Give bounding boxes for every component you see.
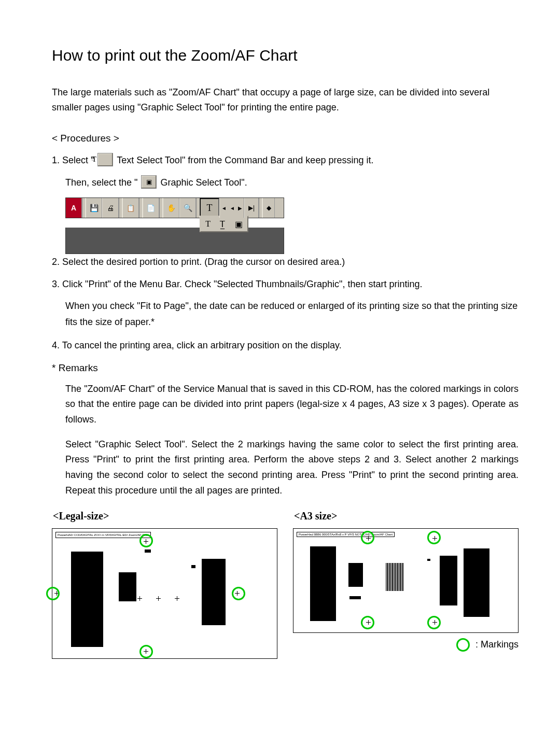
text-select-icon[interactable]: T T T̲ ▣ [200, 198, 219, 218]
remarks-p2: Select "Graphic Select Tool". Select the… [52, 437, 519, 499]
figure-a3-frame: PowerHad 8886 000/5TAz/Rx8 v P VF/5 NOTA… [293, 528, 519, 633]
toolbar-document-area [65, 228, 284, 254]
zoom-icon[interactable]: 🔍 [179, 198, 196, 218]
chart-bar [464, 548, 489, 617]
chart-bar [310, 546, 336, 621]
toolbar-separator [196, 198, 200, 218]
figure-legal-title: <Legal-size> [53, 508, 277, 524]
color-marking [361, 616, 374, 629]
step-4: 4. To cancel the printing area, click an… [52, 337, 519, 354]
marking-ring-icon [456, 638, 470, 652]
chart-tick [349, 596, 361, 599]
step-3-sub: When you check "Fit to Page", the date c… [52, 298, 519, 330]
glyph-T: T□ [100, 155, 111, 164]
text-column-icon[interactable]: T̲ [220, 219, 225, 229]
step-1-sub: Then, select the " ▣ Graphic Select Tool… [52, 175, 519, 191]
cross-mark [175, 596, 179, 601]
step-3: 3. Click "Print" of the Menu Bar. Check … [52, 276, 519, 292]
print-icon[interactable]: 🖨 [102, 198, 119, 218]
chart-bar [440, 556, 457, 605]
chart-tick [427, 559, 430, 561]
page-title: How to print out the Zoom/AF Chart [52, 47, 519, 64]
chart-tick [191, 565, 195, 568]
remarks-p1: The "Zoom/AF Chart" of the Service Manua… [52, 382, 519, 428]
color-marking [427, 531, 441, 544]
figure-a3-header: PowerHad 8886 000/5TAz/Rx8 v P VF/5 NOTA… [297, 532, 395, 537]
chart-bar [348, 563, 363, 587]
figure-legal-header: PowerHAD CCD/DIGITAL ZOO m VF/DIGITAL ED… [55, 532, 151, 538]
toolbar-separator [139, 198, 143, 218]
figure-legal-frame: PowerHAD CCD/DIGITAL ZOO m VF/DIGITAL ED… [52, 528, 277, 659]
toolbar-row: A 💾 🖨 📋 📄 ✋ 🔍 T T T̲ ▣ ◄ ◄ [65, 198, 284, 218]
chart-bar [202, 559, 226, 625]
cross-mark [137, 596, 142, 601]
chart-bar [71, 552, 103, 647]
figure-legal: <Legal-size> PowerHAD CCD/DIGITAL ZOO m … [52, 508, 277, 659]
next-page-icon[interactable]: ▶ [238, 205, 242, 211]
save-icon[interactable]: 💾 [86, 198, 102, 218]
color-marking [139, 645, 153, 658]
first-page-icon[interactable]: ◄ [221, 205, 227, 211]
color-marking [46, 587, 60, 600]
toolbar-separator [259, 198, 262, 218]
cross-mark [156, 596, 161, 601]
remarks-heading: * Remarks [52, 360, 519, 376]
intro-paragraph: The large materials such as "Zoom/AF Cha… [52, 85, 519, 115]
markings-legend: : Markings [293, 638, 519, 652]
figure-a3-title: <A3 size> [294, 508, 519, 524]
chart-bar [119, 572, 136, 601]
copy-icon[interactable]: 📄 [143, 198, 159, 218]
glyph-graphic: ▣ [143, 177, 155, 187]
step-2: 2. Select the desired portion to print. … [52, 254, 519, 270]
step-1-text-b: Text Select Tool" from the Command Bar a… [117, 155, 373, 165]
chart-tick [145, 549, 151, 553]
procedures-heading: < Procedures > [52, 131, 519, 146]
text-select-sub-icon[interactable]: T [205, 219, 211, 229]
color-marking [232, 587, 245, 600]
step-1-text-c: Then, select the " [65, 177, 137, 188]
adobe-logo-icon[interactable]: A [66, 198, 82, 218]
step-1-text-a: 1. Select " [52, 155, 94, 165]
command-bar: A 💾 🖨 📋 📄 ✋ 🔍 T T T̲ ▣ ◄ ◄ [65, 198, 519, 218]
select-tool-dropdown[interactable]: T T̲ ▣ [200, 216, 248, 232]
clipboard-icon[interactable]: 📋 [122, 198, 139, 218]
toolbar-separator [119, 198, 122, 218]
barcode-block [386, 563, 417, 591]
text-select-tool-icon: T□ [97, 153, 113, 166]
figures-row: <Legal-size> PowerHAD CCD/DIGITAL ZOO m … [52, 508, 519, 659]
forward-end-icon[interactable]: ▶| [244, 198, 259, 218]
step-1: 1. Select " T□ Text Select Tool" from th… [52, 152, 519, 168]
prev-page-icon[interactable]: ◄ [230, 205, 235, 211]
graphic-select-icon[interactable]: ▣ [235, 219, 243, 229]
step-1-text-d: Graphic Select Tool". [161, 177, 247, 188]
markings-legend-label: : Markings [475, 639, 519, 650]
toolbar-separator [159, 198, 163, 218]
nav-group: ◄ ◄ ▶ [219, 198, 244, 218]
back-arrow-icon[interactable]: ◆ [262, 198, 275, 218]
figure-a3: <A3 size> PowerHad 8886 000/5TAz/Rx8 v P… [293, 508, 519, 659]
color-marking [139, 534, 153, 547]
graphic-select-tool-icon: ▣ [141, 175, 157, 189]
color-marking [361, 531, 374, 544]
color-marking [427, 616, 441, 629]
toolbar-separator [82, 198, 86, 218]
hand-icon[interactable]: ✋ [163, 198, 179, 218]
